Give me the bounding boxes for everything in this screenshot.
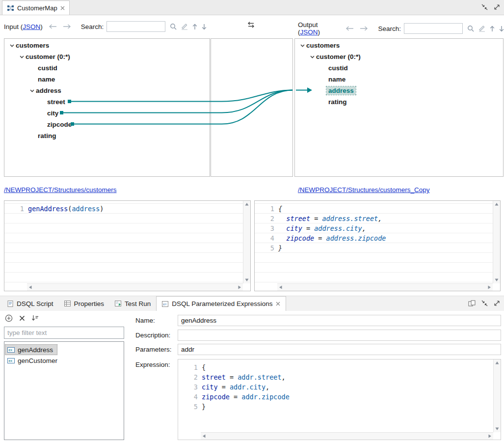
code-area[interactable]: 1{ 2 street = address.street, 3 city = a… xyxy=(255,201,493,283)
description-label: Description: xyxy=(135,332,170,339)
output-structure-panel: customers customer (0:*) custid name add… xyxy=(294,38,504,177)
bottom-view-controls xyxy=(468,300,500,306)
tree-item-label: customer (0:*) xyxy=(26,53,70,60)
tab-customermap[interactable]: CustomerMap xyxy=(2,0,70,15)
tree-item-city[interactable]: city xyxy=(4,108,210,119)
tree-item-name[interactable]: name xyxy=(295,74,503,85)
expression-field-editor: 1{ 2street = addr.street, 3city = addr.c… xyxy=(178,359,501,440)
tree-item-customer[interactable]: customer (0:*) xyxy=(4,51,210,62)
scroll-up-icon[interactable] xyxy=(495,361,499,365)
search-up-icon[interactable] xyxy=(490,26,495,32)
tab-dsql-parameterized-expressions[interactable]: x= DSQL Parameterized Expressions xyxy=(156,296,286,311)
tree-item-label: street xyxy=(47,98,65,106)
input-structure-link[interactable]: /NEWPROJECT/Structures/customers xyxy=(4,186,117,194)
line-number: 1 xyxy=(4,205,28,213)
output-json-link[interactable]: JSON xyxy=(300,28,318,36)
sort-icon[interactable] xyxy=(31,315,39,322)
scroll-up-icon[interactable] xyxy=(495,202,499,206)
code-line: street = address.street, xyxy=(278,215,382,222)
scroll-right-icon[interactable] xyxy=(238,285,241,289)
tree-item-customer[interactable]: customer (0:*) xyxy=(295,51,503,62)
vertical-scrollbar[interactable] xyxy=(493,360,501,432)
delete-icon[interactable] xyxy=(19,315,25,321)
tree-item-label: customers xyxy=(16,42,49,49)
horizontal-scrollbar[interactable] xyxy=(277,283,493,291)
input-structure-panel: customers customer (0:*) custid name add… xyxy=(4,38,210,177)
scroll-down-icon[interactable] xyxy=(495,427,499,431)
chevron-down-icon[interactable] xyxy=(299,44,306,47)
svg-text:x=: x= xyxy=(163,303,167,306)
expression-list[interactable]: ex genAddress ex genCustomer xyxy=(4,341,124,440)
input-json-link[interactable]: JSON xyxy=(23,23,40,30)
code-area[interactable]: 1genAddress(address) xyxy=(4,201,243,283)
tree-item-custid[interactable]: custid xyxy=(295,62,503,74)
tree-item-zipcode[interactable]: zipcode xyxy=(4,119,210,130)
tree-item-customers[interactable]: customers xyxy=(295,40,503,51)
tree-item-label: customers xyxy=(306,42,340,49)
scroll-down-icon[interactable] xyxy=(245,278,249,282)
vertical-scrollbar[interactable] xyxy=(243,201,250,283)
description-field[interactable] xyxy=(178,330,501,341)
scroll-left-icon[interactable] xyxy=(202,434,206,438)
search-down-icon[interactable] xyxy=(202,24,207,30)
close-icon[interactable] xyxy=(60,6,65,10)
clear-search-icon[interactable] xyxy=(181,24,188,30)
tree-item-label: rating xyxy=(38,132,56,139)
scroll-left-icon[interactable] xyxy=(279,285,283,289)
line-number: 2 xyxy=(255,215,278,222)
tree-item-custid[interactable]: custid xyxy=(4,62,210,74)
maximize-icon[interactable] xyxy=(494,4,500,10)
tree-item-customers[interactable]: customers xyxy=(4,40,210,51)
mapping-canvas[interactable] xyxy=(211,38,293,177)
center-toolbar-group xyxy=(247,22,255,28)
scroll-left-icon[interactable] xyxy=(28,285,32,289)
nav-back-icon[interactable] xyxy=(49,24,57,29)
tree-item-name[interactable]: name xyxy=(4,74,210,85)
chevron-down-icon[interactable] xyxy=(18,55,26,58)
tree-item-rating[interactable]: rating xyxy=(4,130,210,141)
search-icon[interactable] xyxy=(467,25,474,32)
tab-test-run[interactable]: Test Run xyxy=(109,296,156,311)
horizontal-scrollbar[interactable] xyxy=(201,432,493,440)
tree-item-address-selected[interactable]: address xyxy=(295,85,503,96)
scroll-up-icon[interactable] xyxy=(245,202,249,206)
restore-icon[interactable] xyxy=(481,4,488,10)
search-down-icon[interactable] xyxy=(499,26,504,32)
scroll-right-icon[interactable] xyxy=(488,434,492,438)
code-area[interactable]: 1{ 2street = addr.street, 3city = addr.c… xyxy=(178,360,493,432)
tree-item-address[interactable]: address xyxy=(4,85,210,96)
output-structure-link[interactable]: /NEWPROJECT/Structures/customers_Copy xyxy=(298,186,430,194)
restore-icon[interactable] xyxy=(481,300,488,306)
expression-list-item-gencustomer[interactable]: ex genCustomer xyxy=(5,355,62,366)
clear-search-icon[interactable] xyxy=(478,26,485,32)
search-up-icon[interactable] xyxy=(192,24,197,30)
maximize-icon[interactable] xyxy=(494,300,500,306)
tab-properties[interactable]: Properties xyxy=(59,296,110,311)
swap-direction-icon[interactable] xyxy=(247,22,255,28)
tab-dsql-script[interactable]: DSQL Script xyxy=(2,296,59,311)
nav-forward-icon[interactable] xyxy=(360,26,368,31)
scroll-down-icon[interactable] xyxy=(495,278,499,282)
name-field[interactable] xyxy=(178,315,501,326)
nav-back-icon[interactable] xyxy=(345,26,354,31)
tree-item-rating[interactable]: rating xyxy=(295,96,503,108)
input-search-field[interactable] xyxy=(106,21,165,32)
parameters-field[interactable] xyxy=(178,344,501,355)
close-icon[interactable] xyxy=(276,302,280,306)
vertical-scrollbar[interactable] xyxy=(493,201,500,283)
add-icon[interactable] xyxy=(5,314,13,322)
nav-forward-icon[interactable] xyxy=(63,24,71,29)
search-icon[interactable] xyxy=(170,23,177,30)
chevron-down-icon[interactable] xyxy=(8,44,16,47)
output-search-field[interactable] xyxy=(404,23,463,34)
expression-list-item-genaddress[interactable]: ex genAddress xyxy=(5,344,57,355)
filter-input[interactable] xyxy=(4,327,124,339)
tree-item-label: name xyxy=(328,76,345,83)
dsql-script-icon xyxy=(7,301,13,307)
tree-item-street[interactable]: street xyxy=(4,96,210,108)
horizontal-scrollbar[interactable] xyxy=(27,283,243,291)
link-with-editor-icon[interactable] xyxy=(468,300,476,306)
chevron-down-icon[interactable] xyxy=(28,89,36,92)
scroll-right-icon[interactable] xyxy=(487,285,491,289)
chevron-down-icon[interactable] xyxy=(309,55,316,58)
